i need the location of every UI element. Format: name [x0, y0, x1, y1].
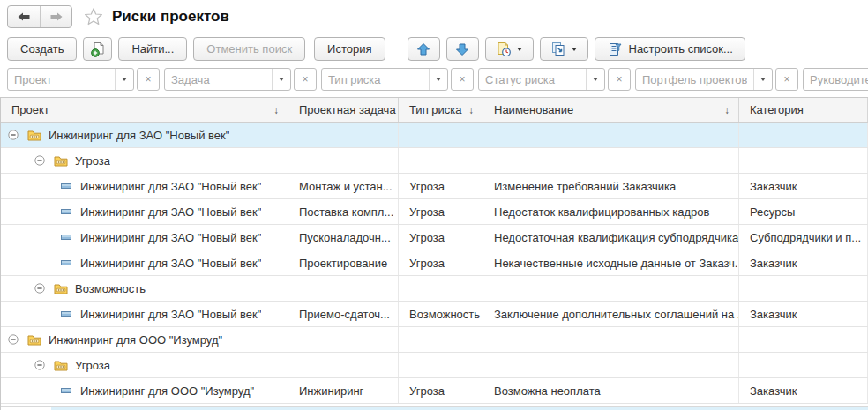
filter-project: × [7, 68, 160, 93]
filter-risk-type-clear-button[interactable]: × [451, 68, 474, 91]
arrow-up-icon [416, 42, 430, 56]
new-document-plus-icon [90, 41, 106, 57]
column-header-task[interactable]: Проектная задача [288, 98, 399, 122]
filter-risk-status-input[interactable] [479, 69, 586, 90]
back-button[interactable] [8, 6, 40, 27]
filter-risk-status-combo [478, 68, 605, 91]
filter-project-input[interactable] [8, 69, 115, 90]
column-header-risk-type[interactable]: Тип риска↓ [399, 98, 483, 122]
chevron-down-icon [122, 78, 127, 81]
nav-history-group [7, 5, 72, 28]
folder-icon [54, 283, 68, 294]
filter-task-input[interactable] [165, 69, 272, 90]
favorite-star-icon[interactable] [84, 7, 103, 26]
filter-task-clear-button[interactable]: × [294, 68, 317, 91]
filter-bar: × × × × × [0, 68, 868, 93]
filter-risk-status-dropdown-button[interactable] [586, 69, 604, 90]
filter-risk-type-input[interactable] [322, 69, 429, 90]
cancel-search-button[interactable]: Отменить поиск [193, 37, 305, 61]
filter-project-dropdown-button[interactable] [115, 69, 133, 90]
clear-icon: × [459, 73, 465, 86]
risks-table: Проект↓ Проектная задача Тип риска↓ Наим… [0, 97, 868, 410]
create-new-document-button[interactable] [83, 37, 112, 61]
risk-row[interactable]: Инжиниринг для ЗАО "Новый век" Поставка … [1, 199, 868, 225]
filter-project-combo [7, 68, 134, 91]
filter-risk-type-combo [321, 68, 448, 91]
dropdown-caret-icon [517, 48, 522, 51]
table-header-row: Проект↓ Проектная задача Тип риска↓ Наим… [1, 98, 868, 123]
filter-risk-status-clear-button[interactable]: × [608, 68, 631, 91]
risk-row[interactable]: Инжиниринг для ЗАО "Новый век" Монтаж и … [1, 174, 868, 199]
chevron-down-icon [436, 78, 441, 81]
page-title: Риски проектов [112, 8, 229, 26]
risk-item-icon [61, 235, 71, 240]
group-row[interactable]: Инжиниринг для ООО "Изумруд" [1, 327, 868, 353]
move-up-button[interactable] [408, 37, 440, 61]
filter-project-clear-button[interactable]: × [137, 68, 160, 91]
collapse-icon[interactable] [34, 360, 45, 370]
collapse-icon[interactable] [8, 334, 19, 345]
move-down-button[interactable] [446, 37, 479, 61]
filter-portfolio-dropdown-button[interactable] [753, 69, 772, 90]
folder-icon [27, 334, 41, 346]
forward-arrow-icon [49, 11, 64, 22]
filter-task-dropdown-button[interactable] [272, 69, 290, 90]
filter-manager-combo [803, 68, 868, 91]
risk-item-icon [61, 260, 71, 265]
folder-icon [54, 155, 68, 167]
configure-list-button[interactable]: Настроить список... [595, 37, 745, 61]
filter-task: × [164, 68, 317, 93]
collapse-icon[interactable] [8, 130, 19, 140]
document-clock-icon [496, 41, 512, 57]
sort-desc-icon: ↓ [724, 104, 730, 116]
risk-item-icon [61, 311, 71, 317]
clear-icon: × [145, 73, 151, 86]
command-bar: Создать Найти... Отменить поиск История … [0, 35, 868, 63]
risk-row[interactable]: Инжиниринг для ООО "Изумруд" Инжиниринг … [1, 378, 868, 404]
risk-item-icon [61, 209, 71, 214]
create-button[interactable]: Создать [7, 37, 77, 61]
chevron-down-icon [279, 78, 284, 81]
group-row[interactable]: Инжиниринг для ЗАО "Новый век" [1, 123, 868, 148]
copy-document-arrow-icon [550, 41, 566, 57]
filter-portfolio: × [635, 68, 798, 93]
filter-risk-status: × [478, 68, 631, 93]
risk-row[interactable]: Инжиниринг для ЗАО "Новый век" Пусконала… [1, 225, 868, 250]
group-label: Угроза [75, 359, 110, 372]
arrow-down-icon [455, 42, 469, 56]
risk-row[interactable]: Инжиниринг для ЗАО "Новый век" Приемо-сд… [1, 302, 868, 327]
filter-portfolio-input[interactable] [636, 69, 753, 90]
document-history-dropdown-button[interactable] [485, 37, 534, 61]
risk-row[interactable]: Инжиниринг для ЗАО "Новый век" Проектиро… [1, 250, 868, 276]
filter-portfolio-combo [635, 68, 773, 91]
find-button[interactable]: Найти... [118, 37, 187, 61]
folder-icon [27, 130, 41, 141]
history-button[interactable]: История [314, 37, 385, 61]
header-bar: Риски проектов [0, 0, 868, 34]
column-header-name[interactable]: Наименование↓ [483, 98, 739, 122]
copy-export-dropdown-button[interactable] [540, 37, 588, 61]
folder-icon [54, 360, 68, 371]
dropdown-caret-icon [572, 48, 577, 51]
configure-list-icon [607, 41, 623, 57]
column-header-category[interactable]: Категория [739, 98, 868, 122]
group-row[interactable]: Угроза [1, 148, 868, 174]
filter-manager-input[interactable] [804, 69, 868, 90]
filter-task-combo [164, 68, 291, 91]
collapse-icon[interactable] [34, 283, 45, 294]
filter-risk-type-dropdown-button[interactable] [429, 69, 447, 90]
forward-button[interactable] [40, 6, 71, 27]
column-header-project[interactable]: Проект↓ [1, 98, 288, 122]
chevron-down-icon [593, 78, 598, 81]
sort-desc-icon: ↓ [273, 104, 279, 116]
collapse-icon[interactable] [34, 155, 45, 166]
group-label: Угроза [75, 154, 110, 168]
group-row[interactable]: Возможность [1, 276, 868, 302]
group-label: Инжиниринг для ЗАО "Новый век" [49, 129, 229, 142]
group-row[interactable]: Угроза [1, 353, 868, 378]
filter-manager [803, 68, 868, 93]
group-label: Возможность [75, 282, 146, 295]
filter-portfolio-clear-button[interactable]: × [775, 68, 798, 91]
back-arrow-icon [17, 11, 31, 22]
clear-icon: × [302, 73, 308, 86]
